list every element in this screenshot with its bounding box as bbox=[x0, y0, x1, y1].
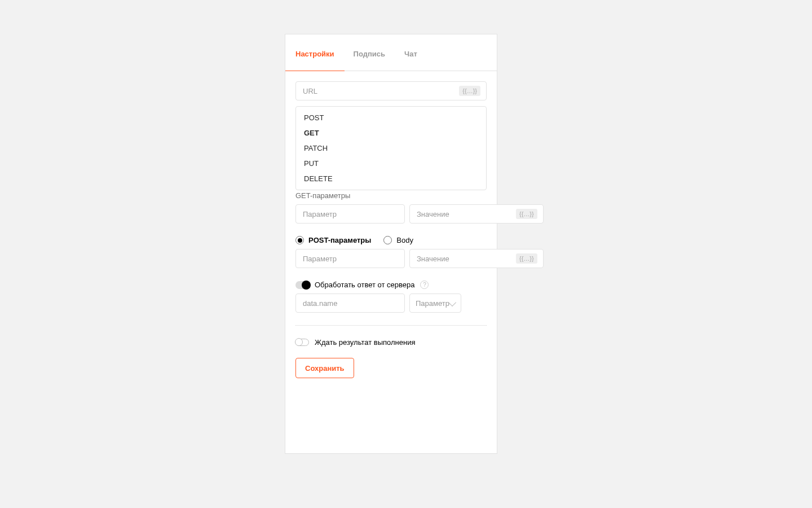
wait-result-row: Ждать результат выполнения bbox=[295, 338, 487, 347]
radio-body[interactable]: Body bbox=[383, 236, 413, 244]
post-body-radio-group: POST-параметры Body bbox=[295, 236, 487, 244]
radio-icon bbox=[295, 236, 304, 244]
post-params-row: {{…}} bbox=[295, 249, 487, 268]
process-response-row: Обработать ответ от сервера ? bbox=[295, 281, 487, 289]
post-param-value-input[interactable] bbox=[416, 254, 513, 264]
response-path-input[interactable] bbox=[302, 299, 399, 308]
url-field[interactable]: {{…}} bbox=[295, 81, 487, 100]
insert-variable-icon[interactable]: {{…}} bbox=[516, 209, 537, 219]
wait-result-toggle[interactable] bbox=[295, 339, 309, 346]
divider bbox=[295, 325, 487, 326]
response-mapping-row: Параметр bbox=[295, 294, 487, 313]
method-option-patch[interactable]: PATCH bbox=[296, 141, 486, 156]
insert-variable-icon[interactable]: {{…}} bbox=[516, 253, 537, 264]
tab-settings[interactable]: Настройки bbox=[295, 50, 334, 71]
save-button[interactable]: Сохранить bbox=[295, 358, 354, 378]
radio-label: Body bbox=[396, 236, 413, 244]
radio-icon bbox=[383, 236, 392, 244]
get-params-row: {{…}} bbox=[295, 204, 487, 224]
toggle-knob-icon bbox=[302, 281, 311, 290]
method-dropdown[interactable]: POST GET PATCH PUT DELETE bbox=[295, 106, 487, 190]
process-response-toggle[interactable] bbox=[295, 281, 309, 289]
help-icon[interactable]: ? bbox=[420, 281, 429, 289]
tab-signature[interactable]: Подпись bbox=[354, 50, 385, 71]
process-response-label: Обработать ответ от сервера bbox=[315, 281, 414, 289]
get-param-key-field[interactable] bbox=[295, 204, 405, 224]
radio-label: POST-параметры bbox=[308, 236, 371, 244]
method-option-get[interactable]: GET bbox=[296, 125, 486, 141]
method-option-post[interactable]: POST bbox=[296, 110, 486, 125]
get-param-key-input[interactable] bbox=[302, 209, 399, 219]
post-param-key-input[interactable] bbox=[302, 254, 399, 264]
tab-chat[interactable]: Чат bbox=[404, 50, 417, 71]
select-placeholder: Параметр bbox=[416, 299, 449, 308]
get-params-label: GET-параметры bbox=[295, 191, 487, 200]
settings-panel: Настройки Подпись Чат {{…}} POST GET PAT… bbox=[285, 34, 497, 454]
radio-post-params[interactable]: POST-параметры bbox=[295, 236, 371, 244]
insert-variable-icon[interactable]: {{…}} bbox=[459, 86, 480, 96]
toggle-knob-icon bbox=[295, 338, 303, 346]
url-input[interactable] bbox=[302, 86, 456, 96]
response-param-select[interactable]: Параметр bbox=[409, 294, 461, 313]
post-param-key-field[interactable] bbox=[295, 249, 405, 268]
wait-result-label: Ждать результат выполнения bbox=[315, 338, 415, 347]
chevron-down-icon bbox=[448, 298, 456, 306]
response-path-field[interactable] bbox=[295, 294, 405, 313]
method-option-delete[interactable]: DELETE bbox=[296, 171, 486, 186]
post-param-value-field[interactable]: {{…}} bbox=[409, 249, 544, 268]
get-param-value-field[interactable]: {{…}} bbox=[409, 204, 544, 224]
get-param-value-input[interactable] bbox=[416, 209, 513, 219]
tabs: Настройки Подпись Чат bbox=[285, 34, 497, 71]
method-option-put[interactable]: PUT bbox=[296, 156, 486, 171]
